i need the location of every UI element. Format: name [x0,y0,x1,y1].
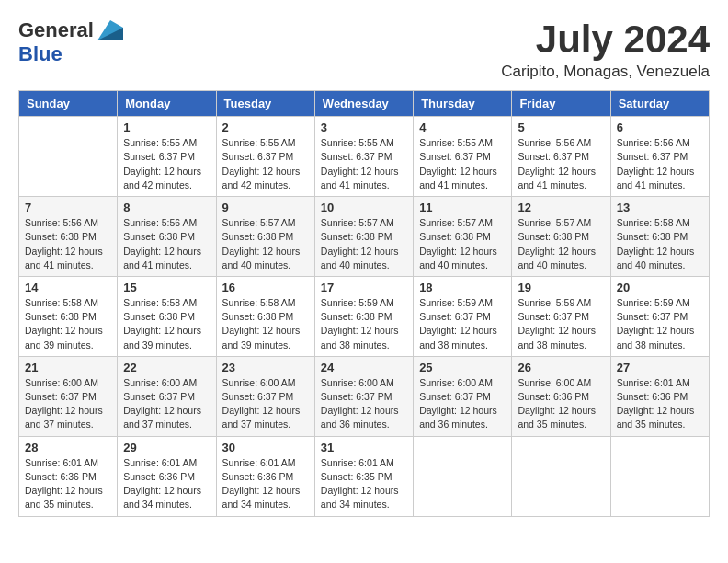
day-number: 22 [123,361,210,374]
day-number: 15 [123,281,210,294]
day-number: 1 [123,121,210,134]
calendar-cell: 26Sunrise: 6:00 AM Sunset: 6:36 PM Dayli… [512,356,610,436]
calendar-header-thursday: Thursday [414,91,512,117]
day-number: 20 [617,281,703,294]
calendar-week-3: 14Sunrise: 5:58 AM Sunset: 6:38 PM Dayli… [19,276,710,356]
day-number: 11 [419,201,506,214]
calendar-cell: 10Sunrise: 5:57 AM Sunset: 6:38 PM Dayli… [314,197,413,277]
calendar-header-saturday: Saturday [610,91,709,117]
day-info: Sunrise: 5:56 AM Sunset: 6:37 PM Dayligh… [518,136,604,192]
calendar-cell: 23Sunrise: 6:00 AM Sunset: 6:37 PM Dayli… [216,356,314,436]
day-info: Sunrise: 5:55 AM Sunset: 6:37 PM Dayligh… [222,136,309,192]
calendar-header-sunday: Sunday [19,91,118,117]
day-info: Sunrise: 6:01 AM Sunset: 6:36 PM Dayligh… [123,456,210,512]
day-info: Sunrise: 5:58 AM Sunset: 6:38 PM Dayligh… [617,216,703,272]
day-info: Sunrise: 6:00 AM Sunset: 6:37 PM Dayligh… [321,376,407,432]
day-info: Sunrise: 5:55 AM Sunset: 6:37 PM Dayligh… [321,136,407,192]
day-number: 3 [321,121,407,134]
day-info: Sunrise: 5:55 AM Sunset: 6:37 PM Dayligh… [419,136,506,192]
day-number: 9 [222,201,309,214]
day-number: 19 [518,281,604,294]
calendar-cell: 5Sunrise: 5:56 AM Sunset: 6:37 PM Daylig… [512,117,610,197]
day-info: Sunrise: 5:58 AM Sunset: 6:38 PM Dayligh… [123,296,210,352]
day-number: 5 [518,121,604,134]
calendar-header-tuesday: Tuesday [216,91,314,117]
calendar-body: 1Sunrise: 5:55 AM Sunset: 6:37 PM Daylig… [19,117,710,516]
logo-general: General [18,18,94,42]
calendar-cell [610,436,709,516]
day-info: Sunrise: 6:01 AM Sunset: 6:36 PM Dayligh… [222,456,309,512]
day-number: 18 [419,281,506,294]
day-info: Sunrise: 6:00 AM Sunset: 6:37 PM Dayligh… [222,376,309,432]
calendar-cell: 17Sunrise: 5:59 AM Sunset: 6:38 PM Dayli… [314,276,413,356]
day-number: 28 [25,441,111,454]
day-number: 14 [25,281,111,294]
calendar-cell: 24Sunrise: 6:00 AM Sunset: 6:37 PM Dayli… [314,356,413,436]
calendar-cell: 30Sunrise: 6:01 AM Sunset: 6:36 PM Dayli… [216,436,314,516]
calendar-cell: 19Sunrise: 5:59 AM Sunset: 6:37 PM Dayli… [512,276,610,356]
day-number: 8 [123,201,210,214]
day-info: Sunrise: 5:57 AM Sunset: 6:38 PM Dayligh… [321,216,407,272]
day-info: Sunrise: 5:56 AM Sunset: 6:37 PM Dayligh… [617,136,703,192]
day-info: Sunrise: 5:55 AM Sunset: 6:37 PM Dayligh… [123,136,210,192]
month-title: July 2024 [501,18,710,61]
day-info: Sunrise: 6:01 AM Sunset: 6:35 PM Dayligh… [321,456,407,512]
calendar-header-friday: Friday [512,91,610,117]
day-number: 25 [419,361,506,374]
calendar-cell: 21Sunrise: 6:00 AM Sunset: 6:37 PM Dayli… [19,356,118,436]
calendar-cell: 13Sunrise: 5:58 AM Sunset: 6:38 PM Dayli… [610,197,709,277]
calendar-cell: 28Sunrise: 6:01 AM Sunset: 6:36 PM Dayli… [19,436,118,516]
day-info: Sunrise: 5:57 AM Sunset: 6:38 PM Dayligh… [222,216,309,272]
day-number: 21 [25,361,111,374]
calendar-week-1: 1Sunrise: 5:55 AM Sunset: 6:37 PM Daylig… [19,117,710,197]
day-info: Sunrise: 6:00 AM Sunset: 6:37 PM Dayligh… [123,376,210,432]
calendar-cell: 1Sunrise: 5:55 AM Sunset: 6:37 PM Daylig… [118,117,216,197]
day-info: Sunrise: 5:58 AM Sunset: 6:38 PM Dayligh… [25,296,111,352]
calendar-header-row: SundayMondayTuesdayWednesdayThursdayFrid… [19,91,710,117]
day-number: 26 [518,361,604,374]
day-number: 16 [222,281,309,294]
day-number: 2 [222,121,309,134]
day-number: 31 [321,441,407,454]
calendar-cell: 15Sunrise: 5:58 AM Sunset: 6:38 PM Dayli… [118,276,216,356]
day-info: Sunrise: 5:59 AM Sunset: 6:37 PM Dayligh… [518,296,604,352]
day-number: 4 [419,121,506,134]
day-info: Sunrise: 5:59 AM Sunset: 6:37 PM Dayligh… [617,296,703,352]
day-number: 7 [25,201,111,214]
calendar-week-4: 21Sunrise: 6:00 AM Sunset: 6:37 PM Dayli… [19,356,710,436]
day-number: 13 [617,201,703,214]
day-number: 30 [222,441,309,454]
title-area: July 2024 Caripito, Monagas, Venezuela [501,18,710,81]
day-number: 24 [321,361,407,374]
header: General Blue July 2024 Caripito, Monagas… [18,18,710,81]
calendar-cell: 20Sunrise: 5:59 AM Sunset: 6:37 PM Dayli… [610,276,709,356]
calendar-cell: 8Sunrise: 5:56 AM Sunset: 6:38 PM Daylig… [118,197,216,277]
calendar-cell: 4Sunrise: 5:55 AM Sunset: 6:37 PM Daylig… [414,117,512,197]
day-info: Sunrise: 6:01 AM Sunset: 6:36 PM Dayligh… [25,456,111,512]
calendar-cell: 12Sunrise: 5:57 AM Sunset: 6:38 PM Dayli… [512,197,610,277]
calendar-table: SundayMondayTuesdayWednesdayThursdayFrid… [18,90,710,516]
calendar-cell: 22Sunrise: 6:00 AM Sunset: 6:37 PM Dayli… [118,356,216,436]
calendar-header-monday: Monday [118,91,216,117]
day-number: 27 [617,361,703,374]
calendar-week-2: 7Sunrise: 5:56 AM Sunset: 6:38 PM Daylig… [19,197,710,277]
day-info: Sunrise: 6:01 AM Sunset: 6:36 PM Dayligh… [617,376,703,432]
calendar-cell [512,436,610,516]
calendar-week-5: 28Sunrise: 6:01 AM Sunset: 6:36 PM Dayli… [19,436,710,516]
calendar-cell: 31Sunrise: 6:01 AM Sunset: 6:35 PM Dayli… [314,436,413,516]
calendar-cell: 25Sunrise: 6:00 AM Sunset: 6:37 PM Dayli… [414,356,512,436]
calendar-cell: 9Sunrise: 5:57 AM Sunset: 6:38 PM Daylig… [216,197,314,277]
day-info: Sunrise: 5:57 AM Sunset: 6:38 PM Dayligh… [518,216,604,272]
day-number: 29 [123,441,210,454]
day-info: Sunrise: 5:58 AM Sunset: 6:38 PM Dayligh… [222,296,309,352]
day-info: Sunrise: 5:59 AM Sunset: 6:38 PM Dayligh… [321,296,407,352]
day-number: 10 [321,201,407,214]
calendar-cell: 3Sunrise: 5:55 AM Sunset: 6:37 PM Daylig… [314,117,413,197]
day-info: Sunrise: 5:56 AM Sunset: 6:38 PM Dayligh… [25,216,111,272]
day-info: Sunrise: 5:59 AM Sunset: 6:37 PM Dayligh… [419,296,506,352]
calendar-header-wednesday: Wednesday [314,91,413,117]
calendar-cell: 7Sunrise: 5:56 AM Sunset: 6:38 PM Daylig… [19,197,118,277]
calendar-cell: 18Sunrise: 5:59 AM Sunset: 6:37 PM Dayli… [414,276,512,356]
calendar-cell: 2Sunrise: 5:55 AM Sunset: 6:37 PM Daylig… [216,117,314,197]
day-info: Sunrise: 6:00 AM Sunset: 6:37 PM Dayligh… [25,376,111,432]
